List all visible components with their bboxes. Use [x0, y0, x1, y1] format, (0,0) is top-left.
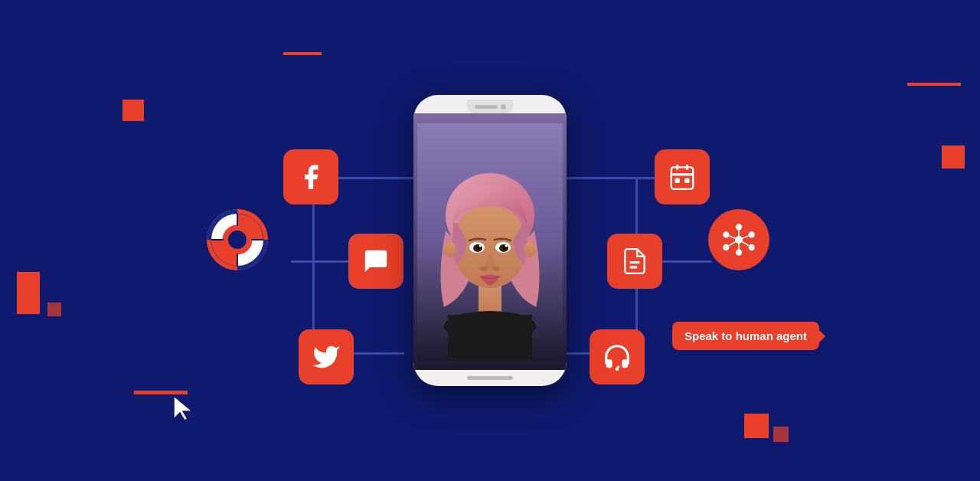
svg-point-53 [492, 267, 500, 271]
calendar-icon-box [655, 149, 710, 205]
phone-device [413, 95, 567, 386]
svg-point-55 [524, 242, 536, 257]
chat-icon [361, 247, 390, 276]
phone-notch-bar [475, 105, 498, 109]
twitter-icon-box [299, 329, 354, 384]
document-icon-box [607, 234, 662, 289]
svg-rect-30 [675, 178, 680, 183]
svg-point-40 [444, 311, 536, 342]
network-node-icon [708, 209, 769, 270]
svg-point-6 [224, 226, 251, 254]
deco-square-4 [942, 146, 965, 169]
chat-icon-box [348, 234, 403, 289]
lifesaver-container [207, 209, 268, 270]
svg-rect-31 [684, 178, 689, 183]
facebook-icon [296, 162, 325, 191]
speak-to-human-tooltip[interactable]: Speak to human agent [672, 322, 819, 350]
phone-camera [501, 104, 506, 110]
twitter-icon [312, 342, 341, 371]
deco-square-6 [773, 427, 789, 442]
deco-line-1 [283, 52, 322, 55]
avatar-svg [417, 123, 563, 361]
deco-square-5 [744, 414, 769, 438]
svg-point-12 [736, 224, 742, 230]
svg-point-13 [749, 231, 755, 237]
headset-icon [603, 342, 632, 371]
svg-point-16 [723, 244, 729, 250]
svg-point-17 [723, 231, 729, 237]
tooltip-text: Speak to human agent [684, 329, 807, 342]
phone-screen [413, 113, 567, 370]
cursor-arrow [172, 394, 195, 425]
svg-rect-26 [671, 167, 694, 189]
svg-line-35 [617, 367, 619, 368]
svg-point-50 [479, 244, 482, 247]
connector-facebook-phone [338, 177, 421, 179]
deco-square-1 [122, 100, 144, 121]
svg-point-51 [505, 244, 508, 247]
deco-square-2 [17, 272, 40, 314]
facebook-icon-box [283, 149, 338, 205]
connector-calendar-phone [565, 177, 655, 179]
phone-notch [467, 100, 513, 113]
svg-point-52 [480, 267, 488, 271]
svg-point-14 [749, 244, 755, 250]
deco-square-3 [47, 303, 61, 316]
svg-marker-56 [174, 396, 192, 420]
svg-point-54 [444, 242, 456, 257]
headset-icon-box [590, 329, 645, 384]
document-icon [620, 247, 649, 276]
calendar-icon [668, 162, 697, 191]
deco-line-3 [907, 83, 961, 86]
phone-home-bar [467, 376, 513, 380]
svg-point-15 [736, 250, 742, 256]
connector-left-chat [291, 260, 348, 263]
